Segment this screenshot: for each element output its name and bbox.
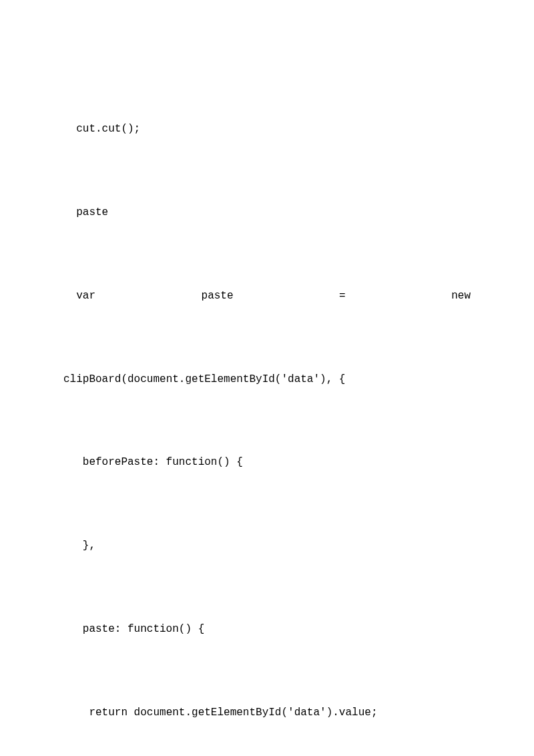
code-line: paste: function() { — [63, 616, 471, 644]
token: = — [339, 282, 346, 311]
token: paste — [202, 282, 234, 311]
code-line: var paste = new — [63, 282, 471, 311]
code-line: paste — [63, 199, 471, 227]
token: var — [76, 282, 95, 311]
code-line: }, — [63, 532, 471, 560]
code-line: clipBoard(document.getElementById('data'… — [63, 366, 471, 394]
code-line: return document.getElementById('data').v… — [63, 699, 471, 727]
code-line: cut.cut(); — [63, 116, 471, 144]
code-document: cut.cut(); paste var paste = new clipBoa… — [63, 60, 471, 756]
token: new — [451, 282, 471, 311]
code-line: beforePaste: function() { — [63, 449, 471, 477]
